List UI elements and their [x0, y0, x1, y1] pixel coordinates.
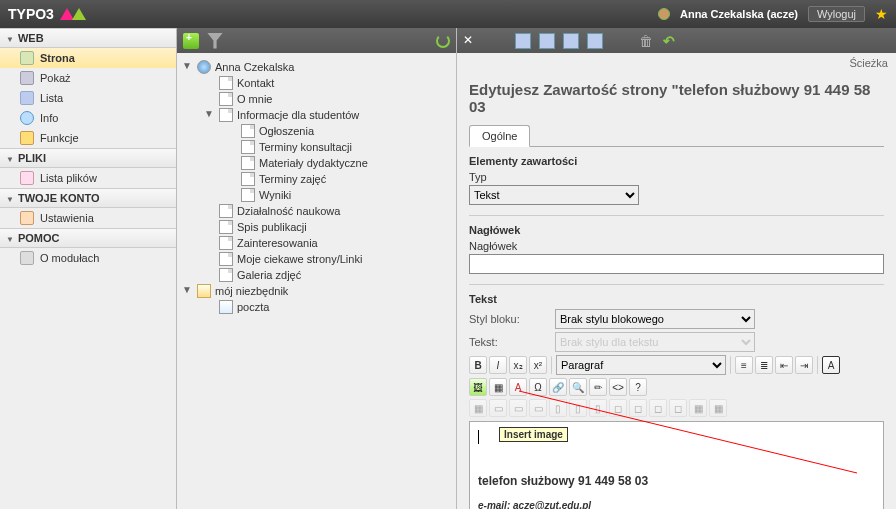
rte-col-button[interactable]: ▯: [549, 399, 567, 417]
rte-insrow-button[interactable]: ▭: [509, 399, 527, 417]
input-header[interactable]: [469, 254, 884, 274]
tree-filter-button[interactable]: [207, 33, 223, 49]
rte-fontcolor-button[interactable]: A: [509, 378, 527, 396]
username-label: Anna Czekalska (acze): [680, 8, 798, 20]
eye-icon: [20, 71, 34, 85]
tree-item[interactable]: Materiały dydaktyczne: [181, 155, 452, 171]
select-blockstyle[interactable]: Brak stylu blokowego: [555, 309, 755, 329]
label-blockstyle: Styl bloku:: [469, 313, 549, 325]
nav-section-konto[interactable]: TWOJE KONTO: [0, 188, 176, 208]
save-new-button[interactable]: [587, 33, 603, 49]
rte-textbox-button[interactable]: A: [822, 356, 840, 374]
rte-italic-button[interactable]: I: [489, 356, 507, 374]
logout-button[interactable]: Wyloguj: [808, 6, 865, 22]
tree-item-folder[interactable]: ▼mój niezbędnik: [181, 283, 452, 299]
save-close-button[interactable]: [563, 33, 579, 49]
rte-delrow-button[interactable]: ▭: [529, 399, 547, 417]
tree-item[interactable]: Kontakt: [181, 75, 452, 91]
tree-item[interactable]: poczta: [181, 299, 452, 315]
rte-ul-button[interactable]: ≣: [755, 356, 773, 374]
nav-label: Ustawienia: [40, 212, 94, 224]
nav-item-info[interactable]: Info: [0, 108, 176, 128]
nav-item-pokaz[interactable]: Pokaż: [0, 68, 176, 88]
tree-item[interactable]: Ogłoszenia: [181, 123, 452, 139]
select-blockformat[interactable]: Paragraf: [556, 355, 726, 375]
tree-item[interactable]: O mnie: [181, 91, 452, 107]
rte-ol-button[interactable]: ≡: [735, 356, 753, 374]
rte-inscol-button[interactable]: ▯: [569, 399, 587, 417]
rte-row-button[interactable]: ▭: [489, 399, 507, 417]
delete-button[interactable]: 🗑: [639, 33, 655, 49]
save-button[interactable]: [515, 33, 531, 49]
rte-delcol-button[interactable]: ▯: [589, 399, 607, 417]
tree-item[interactable]: Moje ciekawe strony/Linki: [181, 251, 452, 267]
rte-superscript-button[interactable]: x²: [529, 356, 547, 374]
tree-item-folder[interactable]: ▼Informacje dla studentów: [181, 107, 452, 123]
nav-item-funkcje[interactable]: Funkcje: [0, 128, 176, 148]
page-icon: [219, 76, 233, 90]
page-title: Edytujesz Zawartość strony "telefon służ…: [469, 81, 884, 115]
rte-b2-button[interactable]: ▦: [709, 399, 727, 417]
nav-label: Info: [40, 112, 58, 124]
brand-text: TYPO3: [8, 6, 54, 22]
rte-link-button[interactable]: 🔗: [549, 378, 567, 396]
save-view-button[interactable]: [539, 33, 555, 49]
rte-insertimage-button[interactable]: 🖼: [469, 378, 487, 396]
nav-section-web[interactable]: WEB: [0, 28, 176, 48]
tree-item[interactable]: Zainteresowania: [181, 235, 452, 251]
rte-bold-button[interactable]: B: [469, 356, 487, 374]
tooltip-insertimage: Insert image: [499, 427, 568, 442]
rte-merge-button[interactable]: ◻: [629, 399, 647, 417]
nav-section-pliki[interactable]: PLIKI: [0, 148, 176, 168]
rte-help-button[interactable]: ?: [629, 378, 647, 396]
close-button[interactable]: ✕: [463, 33, 479, 49]
tree-root[interactable]: ▼Anna Czekalska: [181, 59, 452, 75]
rte-find-button[interactable]: 🔍: [569, 378, 587, 396]
select-type[interactable]: Tekst: [469, 185, 639, 205]
nav-item-listplikow[interactable]: Lista plików: [0, 168, 176, 188]
page-icon: [219, 204, 233, 218]
tree-item[interactable]: Działalność naukowa: [181, 203, 452, 219]
select-textstyle[interactable]: Brak stylu dla tekstu: [555, 332, 755, 352]
tree-item[interactable]: Wyniki: [181, 187, 452, 203]
undo-button[interactable]: ↶: [663, 33, 679, 49]
list-icon: [20, 91, 34, 105]
rte-source-button[interactable]: <>: [609, 378, 627, 396]
nav-item-ustawienia[interactable]: Ustawienia: [0, 208, 176, 228]
page-icon: [241, 140, 255, 154]
rte-outdent-button[interactable]: ⇤: [775, 356, 793, 374]
nav-item-strona[interactable]: Strona: [0, 48, 176, 68]
rte-cellprop-button[interactable]: ◻: [669, 399, 687, 417]
nav-label: Funkcje: [40, 132, 79, 144]
nav-item-lista[interactable]: Lista: [0, 88, 176, 108]
rte-clean-button[interactable]: ✏: [589, 378, 607, 396]
about-icon: [20, 251, 34, 265]
tree-refresh-button[interactable]: [436, 34, 450, 48]
rte-indent-button[interactable]: ⇥: [795, 356, 813, 374]
tree-item[interactable]: Spis publikacji: [181, 219, 452, 235]
link-icon: [219, 300, 233, 314]
page-icon: [219, 220, 233, 234]
tree-item[interactable]: Galeria zdjęć: [181, 267, 452, 283]
rte-table-button[interactable]: ▦: [489, 378, 507, 396]
nav-label: O modułach: [40, 252, 99, 264]
nav-item-omod[interactable]: O modułach: [0, 248, 176, 268]
nav-label: Lista plików: [40, 172, 97, 184]
bookmark-star-icon[interactable]: ★: [875, 6, 888, 22]
tree-item[interactable]: Terminy zajęć: [181, 171, 452, 187]
rte-tableedit-button[interactable]: ▦: [469, 399, 487, 417]
tab-general[interactable]: Ogólne: [469, 125, 530, 147]
tree-item[interactable]: Terminy konsultacji: [181, 139, 452, 155]
label-header: Nagłówek: [469, 240, 884, 252]
tree-new-button[interactable]: [183, 33, 199, 49]
page-icon: [241, 124, 255, 138]
nav-section-pomoc[interactable]: POMOC: [0, 228, 176, 248]
info-icon: [20, 111, 34, 125]
page-icon: [20, 51, 34, 65]
rte-special-button[interactable]: Ω: [529, 378, 547, 396]
rte-subscript-button[interactable]: x₂: [509, 356, 527, 374]
rte-split-button[interactable]: ◻: [649, 399, 667, 417]
rte-cell-button[interactable]: ◻: [609, 399, 627, 417]
nav-label: Strona: [40, 52, 75, 64]
rte-b1-button[interactable]: ▦: [689, 399, 707, 417]
